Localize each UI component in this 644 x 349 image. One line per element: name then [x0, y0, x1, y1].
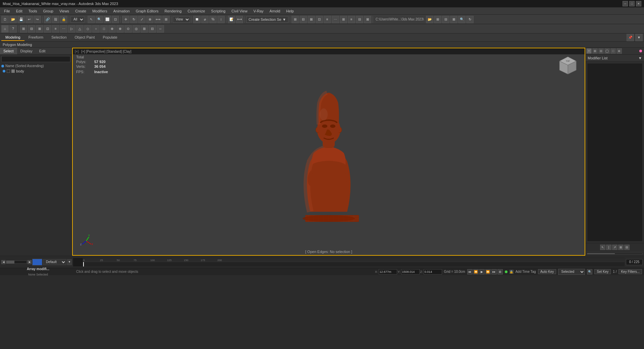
tb2-btn-9[interactable]: ◇: [84, 25, 92, 33]
tb2-btn-15[interactable]: ◎: [132, 25, 140, 33]
tb2-btn-7[interactable]: ▷: [68, 25, 75, 33]
tb2-btn-11[interactable]: □: [100, 25, 108, 33]
bottom-scrollbar[interactable]: [6, 260, 27, 264]
tab-select[interactable]: Select: [0, 48, 17, 54]
scroll-right-button[interactable]: ▶: [28, 260, 32, 264]
x-coord-input[interactable]: [379, 269, 397, 275]
rp-tab-2[interactable]: ⊞: [592, 48, 598, 54]
menu-tools[interactable]: Tools: [26, 8, 40, 14]
align-button[interactable]: ⊞: [162, 16, 170, 23]
spinner-snap-button[interactable]: ↕: [217, 16, 225, 23]
set-key-button[interactable]: Set Key: [594, 269, 611, 274]
search-button[interactable]: 🔍: [587, 269, 592, 275]
rotate-button[interactable]: ↻: [130, 16, 138, 23]
rect-select-button[interactable]: ⬜: [104, 16, 111, 23]
tb2-btn-14[interactable]: ⊙: [124, 25, 132, 33]
link-button[interactable]: 🔗: [44, 16, 51, 23]
eye-icon[interactable]: [7, 69, 10, 73]
select-by-name-button[interactable]: 🔍: [96, 16, 103, 23]
unlink-button[interactable]: ⛓: [52, 16, 59, 23]
tb-extra-2[interactable]: ⊟: [300, 16, 307, 23]
tb2-btn-17[interactable]: ⊟: [149, 25, 156, 33]
panel-pin-button[interactable]: 📌: [627, 34, 634, 41]
move-button[interactable]: ✛: [122, 16, 129, 23]
menu-create[interactable]: Create: [72, 8, 89, 14]
tab-selection[interactable]: Selection: [47, 34, 70, 41]
tab-edit[interactable]: Edit: [36, 48, 49, 54]
mod-icon-5[interactable]: ⊟: [624, 245, 630, 250]
frame-counter[interactable]: 0 / 225: [626, 259, 643, 265]
tab-freeform[interactable]: Freeform: [24, 34, 48, 41]
rp-tab-1[interactable]: +: [586, 48, 592, 54]
layer-arrow[interactable]: ▼: [67, 259, 72, 265]
undo-button[interactable]: ↩: [25, 16, 33, 23]
angle-snap-button[interactable]: ⌀: [201, 16, 209, 23]
lock-button[interactable]: 🔒: [509, 270, 514, 274]
filter-dropdown[interactable]: All: [70, 16, 85, 23]
tree-item-body[interactable]: body: [1, 68, 70, 74]
tb2-question[interactable]: ?: [9, 25, 17, 33]
edit-named-select-button[interactable]: 📝: [228, 16, 235, 23]
mod-icon-3[interactable]: ↗: [612, 245, 618, 250]
scene-search-input[interactable]: [1, 56, 70, 62]
modifier-list-dropdown-icon[interactable]: ▼: [638, 56, 642, 60]
z-coord-input[interactable]: [424, 269, 442, 275]
key-filters-button[interactable]: Key Filters...: [619, 269, 642, 274]
tb-extra-6[interactable]: ⋯: [332, 16, 339, 23]
viewport-plus-icon[interactable]: [+]: [75, 50, 78, 53]
tb2-btn-10[interactable]: ○: [92, 25, 100, 33]
mod-icon-1[interactable]: ↖: [600, 245, 605, 250]
create-selection-button[interactable]: Create Selection Se ▼: [246, 16, 288, 23]
panel-slider-track[interactable]: [587, 253, 643, 254]
path-btn-3[interactable]: ⊟: [442, 16, 449, 23]
tb-extra-9[interactable]: ⊟: [356, 16, 363, 23]
window-crossing-button[interactable]: ⊡: [112, 16, 119, 23]
tb2-btn-13[interactable]: ⊗: [116, 25, 124, 33]
path-btn-5[interactable]: 🔍: [458, 16, 466, 23]
prev-frame-button[interactable]: ⏪: [473, 269, 479, 275]
menu-edit[interactable]: Edit: [13, 8, 25, 14]
menu-vray[interactable]: V-Ray: [251, 8, 266, 14]
path-btn-4[interactable]: ⊠: [450, 16, 458, 23]
scale-button[interactable]: ⤢: [138, 16, 146, 23]
scroll-left-button[interactable]: ◀: [1, 260, 5, 264]
go-to-end-button[interactable]: ⏭: [491, 269, 497, 275]
play-button[interactable]: ▶: [479, 269, 485, 275]
path-btn-1[interactable]: 📂: [426, 16, 433, 23]
mirror-dialog-button[interactable]: ⟷: [236, 16, 243, 23]
menu-graph-editors[interactable]: Graph Editors: [133, 8, 161, 14]
tab-modeling[interactable]: Modeling: [1, 34, 24, 41]
menu-group[interactable]: Group: [40, 8, 56, 14]
menu-civil-view[interactable]: Civil View: [229, 8, 250, 14]
panel-dropdown-button[interactable]: ▼: [635, 34, 643, 41]
tb-extra-3[interactable]: ⊠: [308, 16, 315, 23]
go-to-start-button[interactable]: ⏮: [467, 269, 473, 275]
menu-modifiers[interactable]: Modifiers: [90, 8, 110, 14]
menu-customize[interactable]: Customize: [185, 8, 208, 14]
menu-rendering[interactable]: Rendering: [162, 8, 184, 14]
save-button[interactable]: 💾: [17, 16, 25, 23]
rp-tab-3[interactable]: ⊟: [598, 48, 604, 54]
viewport[interactable]: [+] [+] [Perspective] [Standard] [Clay] …: [72, 48, 585, 256]
tb2-home[interactable]: ⌂: [1, 25, 9, 33]
tab-populate[interactable]: Populate: [99, 34, 121, 41]
percent-snap-button[interactable]: %: [209, 16, 217, 23]
next-frame-button[interactable]: ⏩: [485, 269, 491, 275]
tb2-btn-16[interactable]: ⊞: [141, 25, 148, 33]
menu-scripting[interactable]: Scripting: [208, 8, 228, 14]
mod-icon-2[interactable]: |: [606, 245, 611, 250]
rp-tab-6[interactable]: ⊕: [616, 48, 622, 54]
redo-button[interactable]: ↪: [34, 16, 41, 23]
tb2-btn-5[interactable]: ≡: [52, 25, 59, 33]
tb2-btn-2[interactable]: ⊟: [28, 25, 35, 33]
minimize-button[interactable]: ─: [623, 1, 628, 6]
tb-extra-7[interactable]: ⊞: [340, 16, 347, 23]
rp-tab-4[interactable]: ◯: [604, 48, 610, 54]
view-dropdown[interactable]: View: [173, 16, 190, 23]
rp-tab-5[interactable]: □: [610, 48, 616, 54]
menu-arnold[interactable]: Arnold: [267, 8, 283, 14]
tb-extra-10[interactable]: ⊠: [364, 16, 371, 23]
close-button[interactable]: ✕: [636, 1, 641, 6]
tb-extra-1[interactable]: ⊞: [291, 16, 299, 23]
select-button[interactable]: ↖: [88, 16, 95, 23]
